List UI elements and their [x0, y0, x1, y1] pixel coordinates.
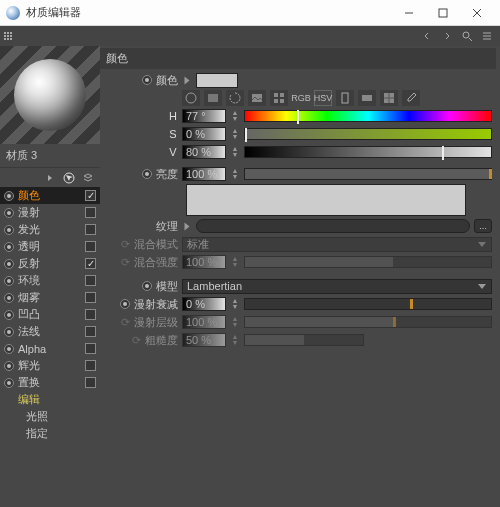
val-field[interactable]: 80 % — [182, 145, 226, 159]
row-texture: 纹理 ... — [100, 217, 496, 235]
row-color: 颜色 — [100, 71, 496, 89]
svg-rect-0 — [439, 9, 447, 17]
color-tool-row: RGB HSV — [100, 89, 496, 107]
diffuse-level-field[interactable]: 100 % — [182, 315, 226, 329]
row-model: 模型 Lambertian — [100, 277, 496, 295]
brightness-toggle[interactable] — [142, 169, 152, 179]
svg-rect-10 — [342, 93, 348, 103]
roughness-label: 粗糙度 — [145, 333, 178, 348]
color-eyedropper-icon[interactable] — [402, 90, 420, 106]
channel-reflection[interactable]: 反射 — [0, 255, 100, 272]
color-spectrum-icon[interactable] — [204, 90, 222, 106]
val-slider[interactable] — [244, 146, 492, 158]
channel-editor[interactable]: 编辑 — [0, 391, 100, 408]
maximize-button[interactable] — [426, 0, 460, 25]
material-name[interactable]: 材质 3 — [0, 144, 100, 167]
preview-sphere — [14, 59, 86, 131]
toolbar-search-icon[interactable] — [458, 28, 476, 44]
row-diffuse-falloff: 漫射衰减 0 % ▲▼ — [100, 295, 496, 313]
channel-glow[interactable]: 辉光 — [0, 357, 100, 374]
brightness-slider[interactable] — [244, 168, 492, 180]
color-expand-icon[interactable] — [185, 75, 190, 85]
channel-fog[interactable]: 烟雾 — [0, 289, 100, 306]
blend-strength-slider[interactable] — [244, 256, 492, 268]
properties-panel: 颜色 颜色 RGB HSV H 77 ° ▲▼ — [100, 46, 500, 507]
color-wheel-icon[interactable] — [182, 90, 200, 106]
model-toggle[interactable] — [142, 281, 152, 291]
diffuse-level-spinner[interactable]: ▲▼ — [230, 316, 240, 328]
brightness-spinner[interactable]: ▲▼ — [230, 168, 240, 180]
hue-field[interactable]: 77 ° — [182, 109, 226, 123]
channel-assignment[interactable]: 指定 — [0, 425, 100, 442]
material-preview[interactable] — [0, 46, 100, 144]
arrow-right-icon[interactable] — [42, 170, 58, 186]
texture-browse-button[interactable]: ... — [474, 219, 492, 233]
color-swatch-icon[interactable] — [270, 90, 288, 106]
channel-color[interactable]: 颜色 — [0, 187, 100, 204]
blend-mode-anim-icon: ⟳ — [121, 238, 130, 251]
diffuse-falloff-slider[interactable] — [244, 298, 492, 310]
cursor-icon[interactable] — [61, 170, 77, 186]
sat-field[interactable]: 0 % — [182, 127, 226, 141]
diffuse-falloff-spinner[interactable]: ▲▼ — [230, 298, 240, 310]
diffuse-level-slider[interactable] — [244, 316, 492, 328]
svg-rect-9 — [280, 99, 284, 103]
texture-field[interactable] — [196, 219, 470, 233]
color-mixer-icon[interactable] — [358, 90, 376, 106]
channel-environment[interactable]: 环境 — [0, 272, 100, 289]
row-diffuse-level: ⟳漫射层级 100 % ▲▼ — [100, 313, 496, 331]
blend-strength-field[interactable]: 100 % — [182, 255, 226, 269]
roughness-spinner[interactable]: ▲▼ — [230, 334, 240, 346]
main-area: 材质 3 颜色 漫射 发光 透明 反射 环境 烟雾 凹凸 法线 Alpha 辉光… — [0, 46, 500, 507]
color-loading-icon[interactable] — [226, 90, 244, 106]
minimize-button[interactable] — [392, 0, 426, 25]
color-toggle[interactable] — [142, 75, 152, 85]
hue-slider[interactable] — [244, 110, 492, 122]
val-spinner[interactable]: ▲▼ — [230, 146, 240, 158]
sat-spinner[interactable]: ▲▼ — [230, 128, 240, 140]
sat-slider[interactable] — [244, 128, 492, 140]
roughness-slider[interactable] — [244, 334, 364, 346]
svg-point-1 — [463, 32, 469, 38]
hue-spinner[interactable]: ▲▼ — [230, 110, 240, 122]
channel-illumination[interactable]: 光照 — [0, 408, 100, 425]
toolbar-menu-icon[interactable] — [478, 28, 496, 44]
color-rgb-icon[interactable]: RGB — [292, 90, 310, 106]
model-combo[interactable]: Lambertian — [182, 279, 492, 294]
blend-strength-label: 混合强度 — [134, 255, 178, 270]
color-image-icon[interactable] — [248, 90, 266, 106]
svg-point-3 — [186, 93, 196, 103]
channel-luminance[interactable]: 发光 — [0, 221, 100, 238]
blend-mode-combo[interactable]: 标准 — [182, 237, 492, 252]
row-sat: S 0 % ▲▼ — [100, 125, 496, 143]
channel-normal[interactable]: 法线 — [0, 323, 100, 340]
diffuse-falloff-toggle[interactable] — [120, 299, 130, 309]
brightness-field[interactable]: 100 % — [182, 167, 226, 181]
channel-list: 颜色 漫射 发光 透明 反射 环境 烟雾 凹凸 法线 Alpha 辉光 置换 编… — [0, 187, 100, 442]
color-kelvin-icon[interactable] — [336, 90, 354, 106]
channel-diffuse[interactable]: 漫射 — [0, 204, 100, 221]
blend-strength-spinner[interactable]: ▲▼ — [230, 256, 240, 268]
sidebar: 材质 3 颜色 漫射 发光 透明 反射 环境 烟雾 凹凸 法线 Alpha 辉光… — [0, 46, 100, 507]
color-swatch[interactable] — [196, 73, 238, 88]
diffuse-falloff-field[interactable]: 0 % — [182, 297, 226, 311]
brightness-label: 亮度 — [156, 167, 178, 182]
texture-menu-icon[interactable] — [185, 221, 190, 231]
channel-transparency[interactable]: 透明 — [0, 238, 100, 255]
svg-rect-11 — [362, 95, 372, 101]
grip-icon[interactable] — [4, 32, 12, 40]
color-hsv-icon[interactable]: HSV — [314, 90, 332, 106]
toolbar-nav-left-icon[interactable] — [418, 28, 436, 44]
channel-displacement[interactable]: 置换 — [0, 374, 100, 391]
color-swatches-icon[interactable] — [380, 90, 398, 106]
roughness-anim-icon: ⟳ — [132, 334, 141, 347]
svg-rect-4 — [208, 94, 218, 102]
roughness-field[interactable]: 50 % — [182, 333, 226, 347]
model-label: 模型 — [156, 279, 178, 294]
channel-alpha[interactable]: Alpha — [0, 340, 100, 357]
close-button[interactable] — [460, 0, 494, 25]
channel-bump[interactable]: 凹凸 — [0, 306, 100, 323]
toolbar-nav-right-icon[interactable] — [438, 28, 456, 44]
svg-rect-7 — [280, 93, 284, 97]
layers-icon[interactable] — [80, 170, 96, 186]
